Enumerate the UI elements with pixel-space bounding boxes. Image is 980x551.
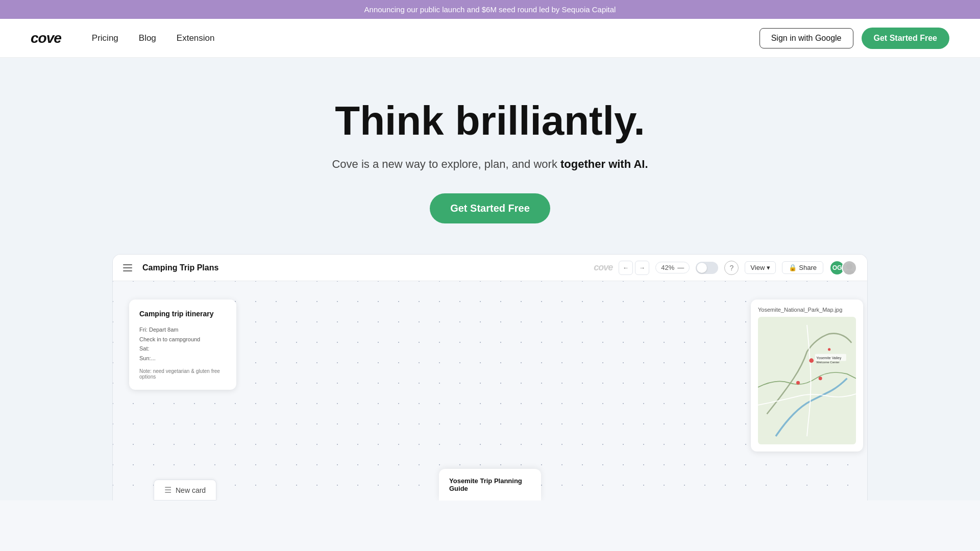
itinerary-line-4: Sun:... <box>139 354 226 363</box>
announcement-banner: Announcing our public launch and $6M see… <box>0 0 980 19</box>
toggle-knob <box>697 263 707 273</box>
map-card[interactable]: Yosemite_National_Park_Map.jpg <box>751 299 863 452</box>
svg-point-4 <box>796 381 800 385</box>
view-label: View <box>750 264 765 271</box>
toolbar-avatars: OG <box>829 260 857 276</box>
navbar: cove Pricing Blog Extension Sign in with… <box>0 19 980 58</box>
hero-subtitle-bold: together with AI. <box>560 158 648 170</box>
itinerary-card[interactable]: Camping trip itinerary Fri: Depart 8am C… <box>129 299 236 390</box>
help-button[interactable]: ? <box>724 261 739 275</box>
nav-link-blog[interactable]: Blog <box>139 33 156 43</box>
itinerary-card-title: Camping trip itinerary <box>139 310 226 318</box>
getstarted-nav-button[interactable]: Get Started Free <box>862 28 949 49</box>
nav-actions: Sign in with Google Get Started Free <box>760 28 949 49</box>
zoom-value: 42% <box>661 264 674 271</box>
undo-button[interactable]: ← <box>619 261 633 275</box>
map-image: Yosemite Valley Welcome Center <box>758 317 856 444</box>
itinerary-line-2: Check in to campground <box>139 335 226 344</box>
itinerary-card-note: Note: need vegetarian & gluten free opti… <box>139 368 226 380</box>
yosemite-guide-card[interactable]: Yosemite Trip Planning Guide <box>439 469 541 500</box>
app-window: Camping Trip Plans cove ← → 42% — ? View… <box>112 254 868 500</box>
getstarted-hero-button[interactable]: Get Started Free <box>430 193 550 223</box>
redo-button[interactable]: → <box>635 261 649 275</box>
announcement-text: Announcing our public launch and $6M see… <box>364 5 616 14</box>
svg-point-3 <box>809 358 814 363</box>
toolbar-title: Camping Trip Plans <box>142 263 587 272</box>
nav-link-pricing[interactable]: Pricing <box>92 33 118 43</box>
share-label: Share <box>799 264 817 271</box>
map-filename: Yosemite_National_Park_Map.jpg <box>758 307 856 313</box>
hero-section: Think brilliantly. Cove is a new way to … <box>0 58 980 254</box>
hero-subtitle: Cove is a new way to explore, plan, and … <box>10 158 970 171</box>
hero-title: Think brilliantly. <box>10 98 970 143</box>
svg-point-5 <box>819 377 822 380</box>
svg-text:Yosemite Valley: Yosemite Valley <box>816 356 841 360</box>
hero-subtitle-plain: Cove is a new way to explore, plan, and … <box>332 158 560 170</box>
itinerary-card-body: Fri: Depart 8am Check in to campground S… <box>139 325 226 363</box>
share-button[interactable]: 🔒 Share <box>782 261 823 274</box>
app-preview-section: Camping Trip Plans cove ← → 42% — ? View… <box>0 254 980 500</box>
itinerary-line-3: Sat: <box>139 344 226 354</box>
new-card-icon: ☰ <box>164 485 172 495</box>
menu-icon[interactable] <box>123 264 132 271</box>
logo[interactable]: cove <box>31 30 61 46</box>
signin-button[interactable]: Sign in with Google <box>760 28 853 48</box>
view-button[interactable]: View ▾ <box>745 261 776 274</box>
share-lock-icon: 🔒 <box>789 264 797 271</box>
avatar-2[interactable] <box>842 260 857 276</box>
toolbar-logo: cove <box>594 262 612 273</box>
zoom-separator: — <box>677 264 684 271</box>
canvas-area: Camping trip itinerary Fri: Depart 8am C… <box>113 281 867 500</box>
svg-point-6 <box>828 348 830 350</box>
svg-point-0 <box>846 263 852 269</box>
nav-link-extension[interactable]: Extension <box>177 33 215 43</box>
app-toolbar: Camping Trip Plans cove ← → 42% — ? View… <box>113 255 867 281</box>
new-card-button[interactable]: ☰ New card <box>154 480 216 500</box>
itinerary-line-1: Fri: Depart 8am <box>139 325 226 335</box>
new-card-label: New card <box>176 486 206 494</box>
svg-point-1 <box>844 270 854 276</box>
toolbar-toggle[interactable] <box>696 262 718 274</box>
guide-card-title: Yosemite Trip Planning Guide <box>449 477 531 492</box>
svg-rect-2 <box>758 325 856 436</box>
toolbar-zoom: 42% — <box>655 262 690 273</box>
toolbar-nav-buttons: ← → <box>619 261 649 275</box>
nav-links: Pricing Blog Extension <box>92 33 760 43</box>
svg-text:Welcome Center: Welcome Center <box>816 360 839 364</box>
view-chevron-icon: ▾ <box>767 264 770 271</box>
